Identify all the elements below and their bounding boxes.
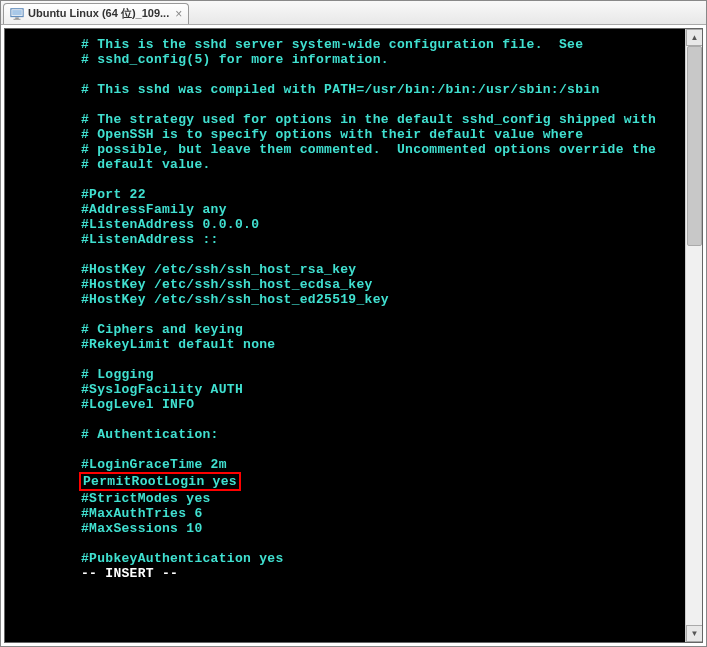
terminal-line: # This sshd was compiled with PATH=/usr/…	[5, 82, 702, 97]
terminal-line: #LogLevel INFO	[5, 397, 702, 412]
terminal-line: #ListenAddress ::	[5, 232, 702, 247]
vim-mode-indicator: -- INSERT --	[5, 566, 702, 581]
tab-bar: Ubuntu Linux (64 位)_109... ×	[1, 1, 706, 25]
terminal-line: # Authentication:	[5, 427, 702, 442]
monitor-icon	[10, 7, 24, 21]
terminal-line: #AddressFamily any	[5, 202, 702, 217]
terminal-line: # OpenSSH is to specify options with the…	[5, 127, 702, 142]
tab-close-button[interactable]: ×	[175, 7, 182, 21]
terminal-line	[5, 307, 702, 322]
terminal-line: # Logging	[5, 367, 702, 382]
terminal-line: #ListenAddress 0.0.0.0	[5, 217, 702, 232]
terminal-line	[5, 67, 702, 82]
terminal-line: #PubkeyAuthentication yes	[5, 551, 702, 566]
terminal-line	[5, 97, 702, 112]
terminal-line: #Port 22	[5, 187, 702, 202]
terminal-line: #SyslogFacility AUTH	[5, 382, 702, 397]
terminal-line: #HostKey /etc/ssh/ssh_host_ed25519_key	[5, 292, 702, 307]
terminal-line: # This is the sshd server system-wide co…	[5, 37, 702, 52]
terminal-line	[5, 412, 702, 427]
terminal-line: # The strategy used for options in the d…	[5, 112, 702, 127]
scrollbar-up-button[interactable]: ▲	[686, 29, 703, 46]
terminal-line: #StrictModes yes	[5, 491, 702, 506]
highlighted-config-line: PermitRootLogin yes	[5, 472, 702, 491]
svg-rect-3	[14, 18, 21, 19]
scrollbar-thumb[interactable]	[687, 46, 702, 246]
terminal-line	[5, 352, 702, 367]
terminal-line: #RekeyLimit default none	[5, 337, 702, 352]
terminal-line: #MaxSessions 10	[5, 521, 702, 536]
scrollbar-down-button[interactable]: ▼	[686, 625, 703, 642]
terminal-line	[5, 172, 702, 187]
terminal-line: # possible, but leave them commented. Un…	[5, 142, 702, 157]
svg-rect-1	[12, 10, 22, 15]
terminal-line: #MaxAuthTries 6	[5, 506, 702, 521]
scrollbar[interactable]: ▲ ▼	[685, 29, 702, 642]
window-frame: Ubuntu Linux (64 位)_109... × # This is t…	[0, 0, 707, 647]
terminal-content: # This is the sshd server system-wide co…	[5, 37, 702, 581]
terminal-line: # Ciphers and keying	[5, 322, 702, 337]
terminal-area[interactable]: # This is the sshd server system-wide co…	[4, 28, 703, 643]
terminal-line: #HostKey /etc/ssh/ssh_host_rsa_key	[5, 262, 702, 277]
terminal-line	[5, 247, 702, 262]
terminal-line: #HostKey /etc/ssh/ssh_host_ecdsa_key	[5, 277, 702, 292]
terminal-line: #LoginGraceTime 2m	[5, 457, 702, 472]
terminal-line: # sshd_config(5) for more information.	[5, 52, 702, 67]
vm-tab[interactable]: Ubuntu Linux (64 位)_109... ×	[3, 3, 189, 24]
terminal-line	[5, 442, 702, 457]
tab-title: Ubuntu Linux (64 位)_109...	[28, 6, 169, 21]
terminal-line: # default value.	[5, 157, 702, 172]
terminal-line	[5, 536, 702, 551]
svg-rect-2	[15, 17, 19, 18]
